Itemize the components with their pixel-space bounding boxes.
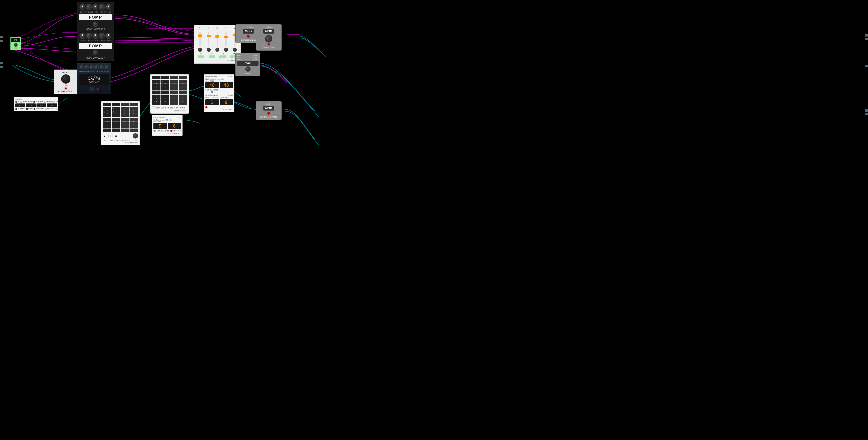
left-port-2 [0,40,3,42]
moog-lowpass-1-brand: FOMP [79,14,112,20]
delay-knob-1[interactable] [80,65,84,69]
midi-cc-map: WITH CHANNEL SEND FROM NUMBER TO NUMBER … [204,93,235,112]
mod-logo-1: MOD [243,29,253,34]
step-seq-2-label: Step Sequencer [103,142,138,144]
stereo-gain-led [268,43,270,46]
mod-logo-2: MOD [263,106,274,111]
mixer-knob-3[interactable] [215,48,219,52]
midi-filter: MIDI Filter IN POLYPHONIC CONTROL PITCH … [14,97,58,111]
knob-input-1[interactable] [99,4,105,10]
right-port-4 [865,113,868,115]
knob-cutoff-1[interactable] [80,4,86,10]
knob-output-1[interactable] [105,4,112,10]
step-sequencer-1: 4 7 3 6 2 5 1 4 [150,74,189,114]
bypass1-led [247,35,250,38]
step-seq-1-label: Step Sequencer [152,110,187,112]
bypass2-leftright: Left & Right [258,103,279,105]
moog-lowpass-2-knobs [79,33,112,39]
stereo-gain-knob[interactable] [265,35,272,42]
stereo-gain-logo: MOD [263,29,274,34]
seq2-bpm: 120.00 BPM [121,139,130,141]
knob-peak-2[interactable] [92,33,98,39]
mod-hardware-bypass-2: Left & Right MOD Hardware Bypass [256,101,282,120]
moog-lowpass-1-label: Moog Lowpass 4 [79,27,112,30]
mixer-knob-1[interactable] [198,48,202,52]
midi-note-to-cc-2: MIDI CHANNEL SEND Find parameter: CC val… [152,115,183,136]
delay-knob-4[interactable] [94,65,99,69]
delay-knob-5[interactable] [99,65,103,69]
seq1-midi-chan: MIDI CHAN [161,107,169,109]
cc-map-display2: 9 [220,99,233,105]
knob-resonance-2[interactable] [86,33,92,39]
moog-lowpass-2: CUTOFFRESOPEAKINPUTOUT FOMP Moog Lowpass… [77,31,114,61]
mod-bypass-2-label: Hardware Bypass [258,116,279,118]
delay-knob-6[interactable] [104,65,108,69]
knob-output-2[interactable] [105,33,112,39]
right-port-1 [865,34,868,36]
cc2-led [170,130,173,132]
right-port-3 [865,109,868,112]
mixer-ch1: 1 [199,27,200,29]
meter-brand: x42 [237,61,258,66]
knob-resonance-1[interactable] [86,4,92,10]
cc2-in-port [153,130,156,132]
x42-meter: RMS-inf dBS PEAK-inf dBS HOLD-inf dBS x4… [235,53,260,77]
left-port-1 [0,36,3,38]
midi-note-cc1-display1: 48 [205,82,219,88]
seq1-bpm: 120.00 BPM [170,107,180,109]
meter-label: Meter [237,72,258,75]
moog-lowpass-2-brand: FOMP [79,43,112,49]
audio-gain-stereo: FALKTX GAIN Audio Gain Stereo [54,69,78,94]
delay-pedal: DELAYFBACKCUTOFFRATIODUCKGAIN SHIRO GAFF… [77,63,111,94]
midi-note-cc2-label: MIDI Note to CC [153,133,181,135]
moog-lowpass-1-knobs [79,4,112,10]
meter-knob[interactable] [245,66,251,71]
midi-note-cc1-display2: 48 [220,82,233,88]
seq2-step: STEP [103,139,107,141]
bypass2-led [268,112,270,115]
midi-note-cc2-display1: 9 [153,123,167,129]
knob-peak-1[interactable] [92,4,98,10]
midi-cc-map-label: MIDI CC Map [205,109,233,111]
mixer-ch3: 3 [216,27,218,29]
mixer: 1 2 3 4 M [194,25,241,64]
input-gain-display: x1 [11,38,20,42]
seq1-step-label: STEP [156,107,160,109]
cc-map-led [205,106,208,108]
seq2-tempo-knob[interactable] [133,133,138,139]
moog-lowpass-1: CUTOFFRESOPEAKINPUTOUT FOMP Moog Lowpass… [77,2,114,33]
connections-layer [0,0,868,440]
mixer-knob-2[interactable] [207,48,211,52]
delay-knob-2[interactable] [85,65,89,69]
knob-input-2[interactable] [99,33,105,39]
stereo-gain: GAIN MOD Stereo Gain [256,24,282,51]
midi-note-cc2-display2: 8 [168,123,181,129]
step-sequencer-2: 4 7 3 6 2 5 1 [101,101,140,145]
audio-gain-label: Audio Gain Stereo [56,90,76,92]
right-port-2 [865,38,868,40]
mixer-ch4: 4 [225,27,226,29]
seq1-panic: PANIC [180,107,185,109]
moog-lowpass-2-label: Moog Lowpass 4 [79,56,112,59]
left-port-4 [0,66,3,68]
mixer-ch2: 2 [208,27,209,29]
input-port-module: x1 IN [10,37,21,50]
seq2-panic: PANIC [133,139,138,141]
seq2-midi-chan: MIDI CHAN [110,139,119,141]
cc-map-display1: 1 [205,99,219,105]
knob-cutoff-2[interactable] [80,33,86,39]
right-port-5 [865,65,868,67]
mixer-knob-M[interactable] [233,48,237,52]
mixer-knob-4[interactable] [224,48,228,52]
audio-gain-brand: FALKTX [56,71,76,74]
delay-knob-3[interactable] [90,65,94,69]
stereo-gain-label: Stereo Gain [258,46,279,49]
audio-gain-knob[interactable] [61,75,70,84]
mixer-chM: M [234,27,235,29]
left-port-3 [0,62,3,64]
